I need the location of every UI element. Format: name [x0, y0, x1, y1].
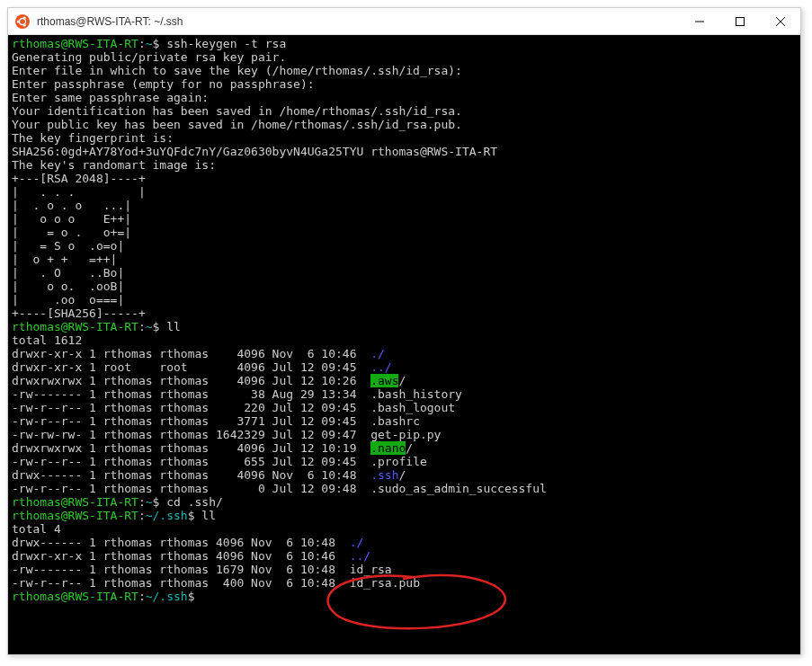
file-listing-row: drwxr-xr-x 1 rthomas rthomas 4096 Nov 6 …	[12, 549, 797, 563]
terminal-line: | o o. .ooB|	[12, 280, 797, 293]
terminal-line: +---[RSA 2048]----+	[12, 172, 797, 185]
prompt-path: ~	[146, 495, 153, 509]
maximize-button[interactable]	[719, 8, 760, 35]
output-text: | . O ..Bo|	[12, 266, 124, 280]
output-text: | o o o E++|	[12, 212, 131, 226]
terminal-line: The key's randomart image is:	[12, 158, 797, 172]
output-text: Generating public/private rsa key pair.	[12, 50, 286, 64]
file-listing-row: -rw-r--r-- 1 rthomas rthomas 400 Nov 6 1…	[12, 576, 797, 590]
output-text: | . . . |	[12, 185, 146, 199]
terminal-line: Enter same passphrase again:	[12, 91, 797, 104]
output-text: The key's randomart image is:	[12, 158, 216, 172]
output-text: Your public key has been saved in /home/…	[12, 118, 462, 131]
file-name: .sudo_as_admin_successful	[370, 482, 547, 495]
terminal-line: total 4	[12, 522, 797, 536]
output-text: | o o. .ooB|	[12, 280, 124, 293]
dir-name: .nano	[370, 441, 406, 455]
prompt-path: ~	[146, 37, 153, 50]
file-listing-row: drwx------ 1 rthomas rthomas 4096 Nov 6 …	[12, 468, 797, 482]
window-title: rthomas@RWS-ITA-RT: ~/.ssh	[37, 15, 679, 28]
output-text: total 1612	[12, 333, 82, 347]
terminal-line: | = S o .o=o|	[12, 239, 797, 253]
terminal-line: | . o . o ...|	[12, 199, 797, 212]
output-text: | .oo o===|	[12, 293, 124, 306]
terminal-line: Enter passphrase (empty for no passphras…	[12, 77, 797, 91]
prompt-user-host: rthomas@RWS-ITA-RT	[12, 495, 138, 509]
titlebar: rthomas@RWS-ITA-RT: ~/.ssh	[8, 8, 800, 35]
terminal-line: rthomas@RWS-ITA-RT:~/.ssh$	[12, 590, 797, 603]
file-listing-row: -rw-r--r-- 1 rthomas rthomas 655 Jul 12 …	[12, 455, 797, 468]
command[interactable]: ll	[201, 509, 216, 522]
file-name: id_rsa	[350, 563, 392, 576]
dir-name: .ssh	[370, 468, 398, 482]
terminal-line: | . O ..Bo|	[12, 266, 797, 280]
prompt-path: ~	[146, 320, 153, 333]
minimize-button[interactable]	[679, 8, 719, 35]
prompt-user-host: rthomas@RWS-ITA-RT	[12, 37, 138, 50]
file-listing-row: -rw-r--r-- 1 rthomas rthomas 220 Jul 12 …	[12, 401, 797, 414]
dir-name: ../	[350, 549, 370, 563]
prompt-user-host: rthomas@RWS-ITA-RT	[12, 509, 138, 522]
prompt-user-host: rthomas@RWS-ITA-RT	[12, 590, 138, 603]
svg-rect-5	[736, 17, 744, 25]
dir-name: ./	[370, 347, 385, 360]
terminal-line: | .oo o===|	[12, 293, 797, 306]
file-name: .bash_history	[370, 387, 462, 401]
file-listing-row: drwxrwxrwx 1 rthomas rthomas 4096 Jul 12…	[12, 441, 797, 455]
terminal-output[interactable]: rthomas@RWS-ITA-RT:~$ ssh-keygen -t rsaG…	[8, 35, 800, 654]
file-listing-row: drwxr-xr-x 1 rthomas rthomas 4096 Nov 6 …	[12, 347, 797, 360]
terminal-line: rthomas@RWS-ITA-RT:~$ cd .ssh/	[12, 495, 797, 509]
prompt-path: ~/.ssh	[146, 509, 188, 522]
terminal-line: Generating public/private rsa key pair.	[12, 50, 797, 64]
terminal-line: | . . . |	[12, 185, 797, 199]
terminal-window: rthomas@RWS-ITA-RT: ~/.ssh rthomas@RWS-I…	[7, 7, 801, 655]
file-name: .bashrc	[370, 414, 420, 428]
terminal-line: Enter file in which to save the key (/ho…	[12, 64, 797, 77]
output-text: | . o . o ...|	[12, 199, 131, 212]
prompt-user-host: rthomas@RWS-ITA-RT	[12, 320, 138, 333]
command[interactable]: ll	[166, 320, 181, 333]
terminal-line: | = o . o+=|	[12, 226, 797, 239]
output-text: +---[RSA 2048]----+	[12, 172, 146, 185]
file-listing-row: drwxrwxrwx 1 rthomas rthomas 4096 Jul 12…	[12, 374, 797, 387]
output-text: total 4	[12, 522, 61, 536]
svg-point-4	[23, 23, 26, 26]
output-text: The key fingerprint is:	[12, 131, 174, 145]
terminal-line: SHA256:0gd+AY78Yod+3uYQFdc7nY/Gaz0630byv…	[12, 145, 797, 158]
file-listing-row: -rw------- 1 rthomas rthomas 38 Aug 29 1…	[12, 387, 797, 401]
file-listing-row: drwxr-xr-x 1 root root 4096 Jul 12 09:45…	[12, 360, 797, 374]
terminal-line: +----[SHA256]-----+	[12, 306, 797, 320]
output-text: SHA256:0gd+AY78Yod+3uYQFdc7nY/Gaz0630byv…	[12, 145, 497, 158]
terminal-line: | o + + =++|	[12, 253, 797, 266]
output-text: Your identification has been saved in /h…	[12, 104, 462, 118]
output-text: Enter passphrase (empty for no passphras…	[12, 77, 315, 91]
command[interactable]: ssh-keygen -t rsa	[166, 37, 286, 50]
output-text: Enter file in which to save the key (/ho…	[12, 64, 462, 77]
terminal-line: total 1612	[12, 333, 797, 347]
file-listing-row: drwx------ 1 rthomas rthomas 4096 Nov 6 …	[12, 536, 797, 549]
file-name: .profile	[370, 455, 427, 468]
command[interactable]: cd .ssh/	[166, 495, 223, 509]
file-listing-row: -rw------- 1 rthomas rthomas 1679 Nov 6 …	[12, 563, 797, 576]
ubuntu-icon	[15, 14, 30, 29]
output-text: | = o . o+=|	[12, 226, 131, 239]
output-text: | = S o .o=o|	[12, 239, 124, 253]
prompt-path: ~/.ssh	[146, 590, 188, 603]
file-name: .bash_logout	[370, 401, 455, 414]
terminal-line: Your identification has been saved in /h…	[12, 104, 797, 118]
terminal-line: | o o o E++|	[12, 212, 797, 226]
file-listing-row: -rw-r--r-- 1 rthomas rthomas 0 Jul 12 09…	[12, 482, 797, 495]
file-name: id_rsa.pub	[350, 576, 420, 590]
dir-name: ../	[370, 360, 391, 374]
svg-point-2	[17, 20, 20, 22]
terminal-line: The key fingerprint is:	[12, 131, 797, 145]
close-button[interactable]	[760, 8, 800, 35]
svg-point-3	[23, 16, 26, 19]
output-text: | o + + =++|	[12, 253, 117, 266]
terminal-line: rthomas@RWS-ITA-RT:~/.ssh$ ll	[12, 509, 797, 522]
terminal-line: Your public key has been saved in /home/…	[12, 118, 797, 131]
dir-name: ./	[350, 536, 364, 549]
output-text: Enter same passphrase again:	[12, 91, 209, 104]
dir-name: .aws	[370, 374, 398, 387]
terminal-line: rthomas@RWS-ITA-RT:~$ ll	[12, 320, 797, 333]
